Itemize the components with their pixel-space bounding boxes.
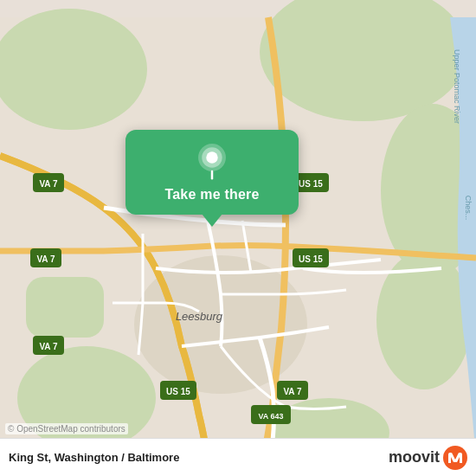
svg-text:VA 7: VA 7 <box>39 342 58 351</box>
svg-text:Leesburg: Leesburg <box>176 310 223 323</box>
svg-point-5 <box>17 346 156 450</box>
moovit-logo: moovit <box>389 446 467 470</box>
svg-text:VA 643: VA 643 <box>258 412 283 421</box>
svg-text:US 15: US 15 <box>166 387 190 396</box>
svg-text:VA 7: VA 7 <box>283 387 302 396</box>
svg-text:US 15: US 15 <box>299 179 323 189</box>
map-container: Upper Potomac River Ches... VA 7 VA 7 <box>0 0 476 476</box>
svg-point-30 <box>206 151 217 163</box>
map-background: Upper Potomac River Ches... VA 7 VA 7 <box>0 0 476 476</box>
moovit-text: moovit <box>389 448 440 466</box>
moovit-icon <box>443 446 467 470</box>
svg-text:US 15: US 15 <box>299 254 323 264</box>
svg-rect-7 <box>26 277 104 338</box>
location-info: King St, Washington / Baltimore <box>9 451 179 464</box>
svg-text:Upper Potomac River: Upper Potomac River <box>453 49 461 124</box>
take-me-there-button[interactable]: Take me there <box>164 187 259 203</box>
map-attribution: © OpenStreetMap contributors <box>5 423 128 434</box>
svg-text:VA 7: VA 7 <box>36 254 55 264</box>
bottom-bar: King St, Washington / Baltimore moovit <box>0 438 476 476</box>
popup-card: Take me there <box>125 130 299 215</box>
location-name: King St, Washington / Baltimore <box>9 451 179 464</box>
location-pin-icon <box>194 144 230 180</box>
svg-text:VA 7: VA 7 <box>39 179 58 189</box>
svg-text:Ches...: Ches... <box>464 196 473 221</box>
